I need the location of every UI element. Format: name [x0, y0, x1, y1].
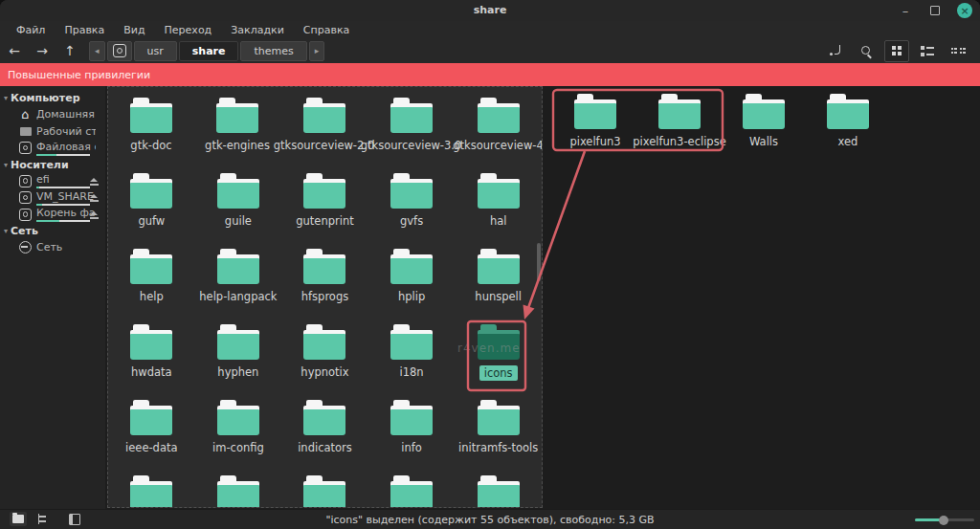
folder-item-i18n[interactable]: i18n: [368, 324, 456, 400]
sidebar-section-header-0[interactable]: ▾Компьютер: [0, 90, 105, 106]
toggle-location-entry-button[interactable]: [823, 40, 848, 62]
folder-icon-front: [303, 107, 345, 133]
menu-item-5[interactable]: Справка: [295, 22, 358, 38]
folder-item-xed[interactable]: xed: [806, 94, 890, 148]
folder-item-gtksourceview-3.0[interactable]: gtksourceview-3.0: [368, 98, 455, 173]
folder-item-ieee-data[interactable]: ieee-data: [108, 400, 195, 475]
folder-item-initramfs-tools[interactable]: initramfs-tools: [455, 400, 542, 475]
sidebar-item-Сеть[interactable]: Сеть: [0, 239, 105, 256]
eject-icon[interactable]: [90, 194, 99, 202]
menu-item-0[interactable]: Файл: [8, 22, 54, 38]
folder-view-panel[interactable]: gtk-docgtk-enginesgtksourceview-2.0gtkso…: [107, 86, 543, 508]
sidebar-item-VM_SHARE[interactable]: VM_SHARE: [0, 189, 105, 207]
minimize-button[interactable]: –: [898, 3, 913, 18]
search-button[interactable]: [854, 40, 879, 62]
folder-item[interactable]: [455, 475, 542, 508]
folder-icon-front: [303, 258, 345, 284]
sidebar-section-label: Сеть: [11, 225, 38, 237]
folder-label: icons: [479, 365, 518, 381]
menu-item-1[interactable]: Правка: [56, 22, 113, 38]
folder-icon-front: [216, 107, 258, 133]
folder-item-hal[interactable]: hal: [455, 173, 542, 249]
folder-icon-front: [827, 103, 869, 129]
menu-item-3[interactable]: Переход: [156, 22, 221, 38]
folder-item-gufw[interactable]: gufw: [108, 173, 195, 249]
up-button[interactable]: ↑: [56, 41, 83, 60]
hide-sidebar-button[interactable]: [66, 512, 83, 526]
folder-item-info[interactable]: info: [368, 400, 456, 475]
sidebar-item-Рабочий-стол[interactable]: Рабочий стол: [0, 123, 105, 141]
collapse-arrow-icon: ▾: [4, 94, 8, 102]
folder-item-hunspell[interactable]: hunspell: [455, 249, 542, 324]
sidebar-section-header-2[interactable]: ▾Сеть: [0, 223, 105, 239]
folder-item-pixelfun3[interactable]: pixelfun3: [553, 94, 637, 148]
breadcrumb-scroll-left-button[interactable]: ◂: [89, 41, 105, 61]
sidebar-item-efi[interactable]: efi: [0, 173, 105, 190]
folder-icon-front: [478, 485, 520, 508]
folder-item[interactable]: [281, 475, 368, 508]
folder-item-pixelfun3-eclipse[interactable]: pixelfun3-eclipse: [637, 94, 722, 148]
elevated-privileges-banner: Повышенные привилегии: [0, 63, 980, 86]
folder-icon-front: [478, 107, 520, 133]
maximize-button[interactable]: [927, 3, 943, 18]
folder-item[interactable]: [195, 475, 282, 508]
icon-view-button[interactable]: [884, 40, 909, 62]
sidebar-section-header-1[interactable]: ▾Носители: [0, 157, 105, 173]
sidebar-item-Файловая-си-[interactable]: Файловая си...: [0, 140, 105, 157]
folder-item-icons[interactable]: icons: [455, 324, 542, 400]
folder-item-help-langpack[interactable]: help-langpack: [195, 249, 282, 324]
breadcrumb-scroll-right-button[interactable]: ▸: [309, 41, 325, 61]
folder-grid-row: hwdatahyphenhypnotixi18nicons: [108, 324, 542, 400]
places-sidebar-button[interactable]: [10, 512, 27, 526]
titlebar[interactable]: share – ×: [0, 0, 980, 21]
window-title: share: [0, 4, 980, 16]
folder-item-indicators[interactable]: indicators: [281, 400, 368, 475]
folder-item-hplip[interactable]: hplip: [368, 249, 456, 324]
sidebar-item-Домашняя-п-[interactable]: ⌂Домашняя п...: [0, 106, 105, 123]
folder-item[interactable]: [368, 475, 456, 508]
folder-item-gtk-doc[interactable]: gtk-doc: [108, 98, 194, 173]
treeview-sidebar-button[interactable]: [35, 512, 53, 526]
breadcrumb-root-button[interactable]: [107, 41, 132, 61]
folder-item-im-config[interactable]: im-config: [195, 400, 282, 475]
folder-item-gutenprint[interactable]: gutenprint: [281, 173, 368, 249]
folder-item-gtk-engines[interactable]: gtk-engines: [194, 98, 280, 173]
zoom-slider-knob[interactable]: [939, 516, 948, 525]
folder-icon-front: [303, 183, 345, 209]
network-icon: [19, 241, 32, 253]
filesystem-icon: [113, 44, 126, 57]
breadcrumb-crumb-share[interactable]: share: [179, 41, 239, 61]
folder-item-hwdata[interactable]: hwdata: [108, 324, 195, 400]
folder-item-guile[interactable]: guile: [195, 173, 282, 249]
sidebar-item-label: efi: [36, 173, 90, 186]
folder-icon: [477, 249, 521, 284]
back-button[interactable]: ←: [1, 41, 28, 60]
menu-item-2[interactable]: Вид: [115, 22, 153, 38]
folder-item[interactable]: [108, 475, 195, 508]
folder-item-hypnotix[interactable]: hypnotix: [281, 324, 368, 400]
close-button[interactable]: ×: [957, 3, 972, 18]
folder-item-hyphen[interactable]: hyphen: [195, 324, 282, 400]
folder-item-hfsprogs[interactable]: hfsprogs: [281, 249, 368, 324]
compact-view-button[interactable]: [946, 40, 970, 62]
sidebar: ▾Компьютер⌂Домашняя п...Рабочий столФайл…: [0, 86, 105, 509]
sidebar-item-Корень-файл-[interactable]: Корень файл...: [0, 207, 105, 224]
breadcrumb-crumb-themes[interactable]: themes: [240, 41, 306, 61]
menu-item-4[interactable]: Закладки: [222, 22, 293, 38]
eject-icon[interactable]: [90, 211, 99, 219]
folder-icon: [129, 249, 173, 284]
folder-icon: [390, 400, 434, 435]
list-view-button[interactable]: [915, 40, 940, 62]
folder-item-help[interactable]: help: [108, 249, 195, 324]
forward-button[interactable]: →: [29, 41, 56, 60]
sidebar-item-labelwrap: VM_SHARE: [36, 190, 94, 206]
breadcrumb-crumb-usr[interactable]: usr: [134, 41, 177, 61]
zoom-slider[interactable]: [915, 518, 974, 521]
folder-item-gtksourceview-4[interactable]: gtksourceview-4: [455, 98, 542, 173]
folder-item-gtksourceview-2.0[interactable]: gtksourceview-2.0: [280, 98, 368, 173]
eject-icon[interactable]: [90, 178, 99, 186]
content-area: ▾Компьютер⌂Домашняя п...Рабочий столФайл…: [0, 86, 980, 509]
scrollbar-thumb[interactable]: [537, 243, 541, 281]
folder-item-gvfs[interactable]: gvfs: [368, 173, 456, 249]
folder-item-Walls[interactable]: Walls: [722, 94, 806, 148]
